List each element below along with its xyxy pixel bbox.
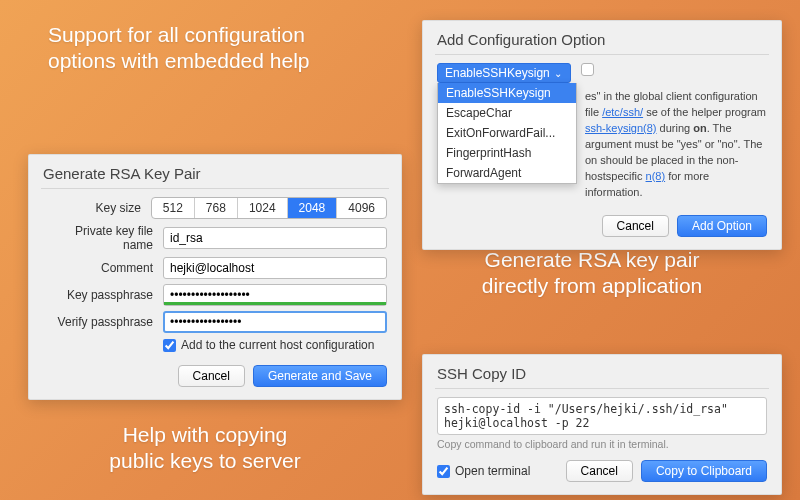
config-option-dropdown[interactable]: EnableSSHKeysign EscapeChar ExitOnForwar…	[437, 83, 577, 184]
comment-input[interactable]	[163, 257, 387, 279]
key-size-1024[interactable]: 1024	[238, 198, 288, 218]
config-add-button[interactable]: Add Option	[677, 215, 767, 237]
key-size-768[interactable]: 768	[195, 198, 238, 218]
option-forwardagent[interactable]: ForwardAgent	[438, 163, 576, 183]
option-escapechar[interactable]: EscapeChar	[438, 103, 576, 123]
copyid-copy-button[interactable]: Copy to Clipboard	[641, 460, 767, 482]
rsa-cancel-button[interactable]: Cancel	[178, 365, 245, 387]
label-file-name: Private key file name	[43, 224, 163, 252]
config-option-combo[interactable]: EnableSSHKeysign ⌄	[437, 63, 571, 83]
config-selected: EnableSSHKeysign	[445, 66, 550, 80]
key-size-4096[interactable]: 4096	[337, 198, 386, 218]
label-passphrase: Key passphrase	[43, 288, 163, 302]
add-to-host-label: Add to the current host configuration	[181, 338, 374, 352]
chevron-down-icon: ⌄	[550, 68, 566, 79]
link-man-n8[interactable]: n(8)	[646, 170, 666, 182]
promo-rsa: Generate RSA key pairdirectly from appli…	[432, 247, 752, 300]
label-key-size: Key size	[43, 201, 151, 215]
panel-generate-rsa: Generate RSA Key Pair Key size 512 768 1…	[28, 154, 402, 400]
key-size-512[interactable]: 512	[152, 198, 195, 218]
label-verify: Verify passphrase	[43, 315, 163, 329]
copyid-command[interactable]: ssh-copy-id -i "/Users/hejki/.ssh/id_rsa…	[437, 397, 767, 435]
promo-copyid: Help with copyingpublic keys to server	[70, 422, 340, 475]
divider	[435, 388, 769, 389]
copyid-hint: Copy command to clipboard and run it in …	[437, 438, 767, 450]
panel-add-config: Add Configuration Option EnableSSHKeysig…	[422, 20, 782, 250]
option-fingerprinthash[interactable]: FingerprintHash	[438, 143, 576, 163]
copyid-title: SSH Copy ID	[423, 355, 781, 388]
config-value-checkbox[interactable]	[581, 63, 594, 76]
divider	[41, 188, 389, 189]
option-exitonforwardfail[interactable]: ExitOnForwardFail...	[438, 123, 576, 143]
verify-passphrase-input[interactable]	[163, 311, 387, 333]
key-size-2048[interactable]: 2048	[288, 198, 338, 218]
option-enablesshkeysign[interactable]: EnableSSHKeysign	[438, 83, 576, 103]
config-title: Add Configuration Option	[423, 21, 781, 54]
divider	[435, 54, 769, 55]
label-comment: Comment	[43, 261, 163, 275]
file-name-input[interactable]	[163, 227, 387, 249]
open-terminal-checkbox[interactable]	[437, 465, 450, 478]
link-etc-ssh[interactable]: /etc/ssh/	[602, 106, 643, 118]
link-ssh-keysign[interactable]: ssh-keysign(8)	[585, 122, 657, 134]
key-size-segmented[interactable]: 512 768 1024 2048 4096	[151, 197, 387, 219]
rsa-title: Generate RSA Key Pair	[29, 155, 401, 188]
promo-config-help: Support for all configurationoptions wit…	[48, 22, 348, 75]
passphrase-strength-bar	[164, 302, 386, 305]
open-terminal-label: Open terminal	[455, 464, 530, 478]
add-to-host-checkbox[interactable]	[163, 339, 176, 352]
copyid-cancel-button[interactable]: Cancel	[566, 460, 633, 482]
panel-ssh-copy-id: SSH Copy ID ssh-copy-id -i "/Users/hejki…	[422, 354, 782, 495]
rsa-generate-button[interactable]: Generate and Save	[253, 365, 387, 387]
config-cancel-button[interactable]: Cancel	[602, 215, 669, 237]
